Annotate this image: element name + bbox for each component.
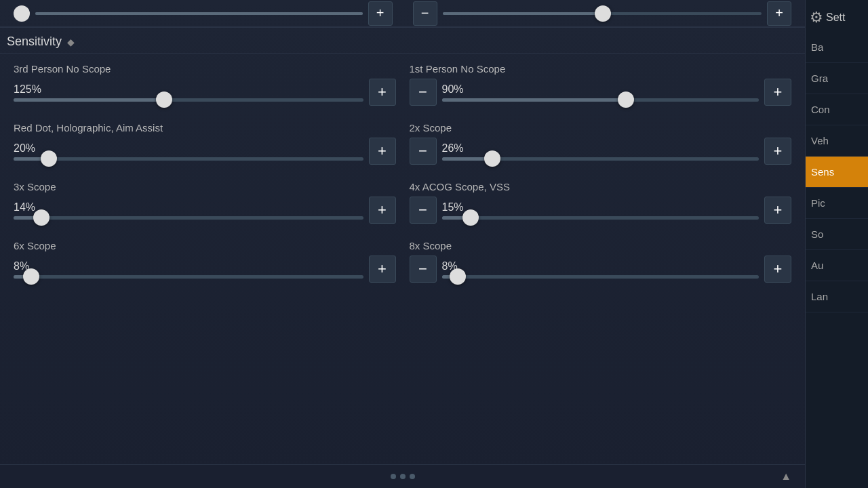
- plus-button-red-dot[interactable]: +: [369, 138, 396, 165]
- slider-group-3x-scope: 3x Scope 14% +: [7, 171, 403, 230]
- section-icon: ◆: [67, 37, 75, 47]
- plus-button-8x-scope[interactable]: +: [764, 256, 791, 283]
- sidebar-item-ba[interactable]: Ba: [806, 32, 868, 63]
- top-right-minus-button[interactable]: −: [413, 1, 437, 26]
- slider-container-4x-acog: 15%: [442, 197, 760, 224]
- slider-group-3rd-person: 3rd Person No Scope 125% +: [7, 54, 403, 113]
- gear-icon: ⚙: [810, 9, 823, 26]
- dot-1: [391, 474, 396, 479]
- plus-button-4x-acog[interactable]: +: [764, 197, 791, 224]
- slider-track-3x-scope[interactable]: [14, 216, 363, 220]
- slider-label-3rd-person: 3rd Person No Scope: [14, 63, 396, 75]
- slider-thumb-2x-scope[interactable]: [484, 150, 500, 167]
- slider-container-2x-scope: 26%: [442, 138, 760, 165]
- slider-track-3rd-person[interactable]: [14, 98, 363, 102]
- minus-button-2x-scope[interactable]: −: [410, 138, 437, 165]
- slider-value-3rd-person: 125%: [14, 83, 363, 96]
- sidebar-item-lan[interactable]: Lan: [806, 281, 868, 312]
- slider-container-3rd-person: 125%: [14, 79, 363, 106]
- slider-track-1st-person[interactable]: [442, 98, 760, 102]
- sidebar-item-so[interactable]: So: [806, 219, 868, 250]
- slider-thumb-6x-scope[interactable]: [23, 268, 39, 285]
- slider-container-red-dot: 20%: [14, 138, 363, 165]
- top-left-plus-button[interactable]: +: [368, 1, 393, 26]
- slider-value-6x-scope: 8%: [14, 260, 363, 272]
- sidebar-item-con[interactable]: Con: [806, 94, 868, 125]
- main-panel: + − + Sensitivity ◆ 3rd Person No Scope: [0, 0, 805, 488]
- slider-label-1st-person: 1st Person No Scope: [410, 63, 792, 75]
- slider-thumb-8x-scope[interactable]: [450, 268, 466, 285]
- top-left-track[interactable]: [35, 12, 363, 15]
- bottom-arrow: ▲: [781, 470, 791, 483]
- dot-2: [400, 474, 406, 479]
- sidebar-item-label-au: Au: [811, 260, 823, 271]
- slider-label-red-dot: Red Dot, Holographic, Aim Assist: [14, 122, 396, 134]
- top-bar: + − +: [0, 0, 805, 27]
- slider-thumb-1st-person[interactable]: [618, 92, 634, 108]
- slider-group-2x-scope: 2x Scope − 26% +: [403, 113, 799, 171]
- slider-thumb-3x-scope[interactable]: [33, 209, 50, 226]
- section-header: Sensitivity ◆: [0, 28, 805, 54]
- sidebar-item-label-so: So: [811, 228, 823, 240]
- sidebar-item-au[interactable]: Au: [806, 250, 868, 281]
- top-right-slider-group: − +: [413, 1, 792, 26]
- slider-label-8x-scope: 8x Scope: [410, 240, 792, 251]
- top-right-track[interactable]: [443, 12, 762, 15]
- slider-container-3x-scope: 14%: [14, 197, 363, 224]
- slider-container-1st-person: 90%: [442, 79, 760, 106]
- sidebar-item-label-con: Con: [811, 104, 830, 115]
- slider-value-red-dot: 20%: [14, 142, 363, 155]
- slider-label-4x-acog: 4x ACOG Scope, VSS: [410, 181, 792, 192]
- slider-thumb-3rd-person[interactable]: [156, 92, 172, 108]
- plus-button-3x-scope[interactable]: +: [369, 197, 396, 224]
- slider-row-8x-scope: − 8% +: [410, 256, 792, 283]
- slider-row-4x-acog: − 15% +: [410, 197, 792, 224]
- slider-row-1st-person: − 90% +: [410, 79, 792, 106]
- slider-value-3x-scope: 14%: [14, 201, 363, 214]
- top-left-slider-group: +: [14, 1, 393, 26]
- bottom-bar: ▲: [0, 464, 805, 488]
- slider-group-red-dot: Red Dot, Holographic, Aim Assist 20% +: [7, 113, 403, 171]
- plus-button-2x-scope[interactable]: +: [764, 138, 791, 165]
- slider-label-3x-scope: 3x Scope: [14, 181, 396, 192]
- minus-button-8x-scope[interactable]: −: [410, 256, 437, 283]
- slider-track-red-dot[interactable]: [14, 157, 363, 161]
- top-left-thumb: [14, 5, 30, 22]
- slider-value-4x-acog: 15%: [442, 201, 760, 214]
- sidebar-item-veh[interactable]: Veh: [806, 125, 868, 157]
- plus-button-6x-scope[interactable]: +: [369, 256, 396, 283]
- slider-value-1st-person: 90%: [442, 83, 760, 96]
- settings-header: ⚙ Sett: [806, 3, 868, 32]
- slider-container-6x-scope: 8%: [14, 256, 363, 283]
- sidebar-item-label-sens: Sens: [811, 166, 834, 178]
- slider-thumb-red-dot[interactable]: [41, 150, 57, 167]
- slider-row-2x-scope: − 26% +: [410, 138, 792, 165]
- right-sidebar: ⚙ Sett Ba Gra Con Veh Sens Pic So Au Lan: [805, 0, 868, 488]
- plus-button-3rd-person[interactable]: +: [369, 79, 396, 106]
- slider-track-8x-scope[interactable]: [442, 275, 760, 279]
- top-right-plus-button[interactable]: +: [767, 1, 791, 26]
- sidebar-item-sens[interactable]: Sens: [806, 157, 868, 188]
- section-title: Sensitivity: [7, 35, 62, 49]
- pagination-dots: [391, 474, 415, 479]
- slider-label-2x-scope: 2x Scope: [410, 122, 792, 134]
- slider-track-6x-scope[interactable]: [14, 275, 363, 279]
- slider-group-1st-person: 1st Person No Scope − 90% +: [403, 54, 799, 113]
- plus-button-1st-person[interactable]: +: [764, 79, 791, 106]
- slider-value-8x-scope: 8%: [442, 260, 760, 272]
- slider-track-4x-acog[interactable]: [442, 216, 760, 220]
- slider-row-red-dot: 20% +: [14, 138, 396, 165]
- sidebar-item-gra[interactable]: Gra: [806, 63, 868, 94]
- slider-thumb-4x-acog[interactable]: [462, 209, 479, 226]
- minus-button-1st-person[interactable]: −: [410, 79, 437, 106]
- slider-track-2x-scope[interactable]: [442, 157, 760, 161]
- slider-group-4x-acog: 4x ACOG Scope, VSS − 15% +: [403, 171, 799, 230]
- minus-button-4x-acog[interactable]: −: [410, 197, 437, 224]
- sidebar-item-label-pic: Pic: [811, 197, 825, 209]
- right-sliders: 1st Person No Scope − 90% +: [403, 54, 799, 289]
- sidebar-item-label-ba: Ba: [811, 41, 823, 53]
- sidebar-item-pic[interactable]: Pic: [806, 188, 868, 219]
- slider-row-3x-scope: 14% +: [14, 197, 396, 224]
- slider-container-8x-scope: 8%: [442, 256, 760, 283]
- slider-group-6x-scope: 6x Scope 8% +: [7, 230, 403, 289]
